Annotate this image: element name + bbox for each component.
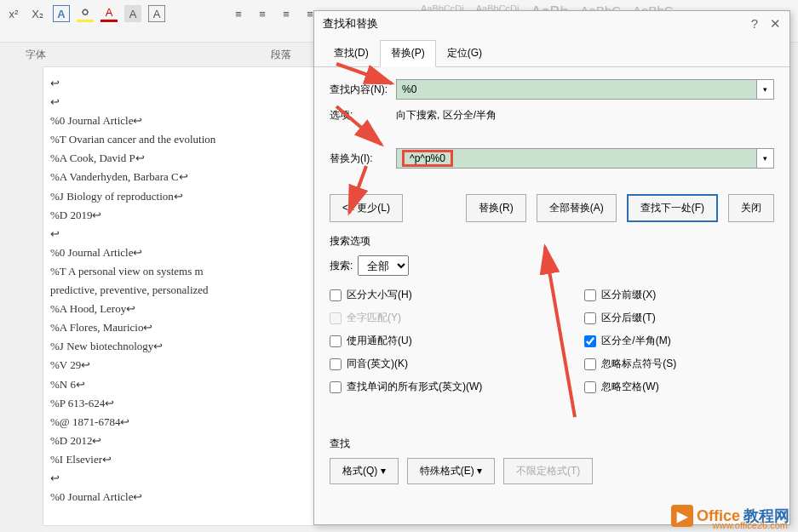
checkbox-word-forms[interactable]: 查找单词的所有形式(英文)(W) (330, 380, 482, 394)
dialog-titlebar[interactable]: 查找和替换 ? ✕ (314, 11, 789, 37)
char-shading-icon[interactable]: A (124, 5, 141, 22)
find-section-label: 查找 (330, 437, 774, 451)
search-direction-label: 搜索: (330, 259, 353, 273)
replace-button[interactable]: 替换(R) (466, 194, 526, 222)
watermark-icon: ▶ (671, 505, 693, 527)
checkbox-whole-word: 全字匹配(Y) (330, 311, 482, 325)
format-button[interactable]: 格式(Q) ▾ (330, 458, 399, 484)
checkbox-sounds-like[interactable]: 同音(英文)(K) (330, 357, 482, 371)
options-value: 向下搜索, 区分全/半角 (396, 108, 497, 123)
dialog-body: 查找内容(N): ▾ 选项: 向下搜索, 区分全/半角 替换为(I): ^p^p… (314, 67, 789, 496)
doc-line: %D 2019↩ (50, 206, 307, 225)
align-right-icon[interactable]: ≡ (278, 5, 295, 22)
dialog-tabs: 查找(D) 替换(P) 定位(G) (314, 37, 789, 67)
subscript-icon[interactable]: X₂ (29, 5, 46, 22)
doc-line: %N 6↩ (50, 375, 307, 394)
doc-line: %I Elsevier↩ (50, 450, 307, 469)
doc-line: %A Cook, David P↩ (50, 149, 307, 168)
doc-line: %0 Journal Article↩ (50, 112, 307, 130)
find-label: 查找内容(N): (330, 83, 396, 97)
text-effects-icon[interactable]: A (53, 5, 70, 22)
watermark-url: www.office26.com (713, 520, 788, 530)
replace-dropdown-icon[interactable]: ▾ (757, 148, 774, 169)
doc-line: %0 Journal Article↩ (50, 243, 307, 262)
doc-line: %J Biology of reproduction↩ (50, 187, 307, 206)
close-icon[interactable]: ✕ (770, 16, 781, 31)
checkbox-ignore-space[interactable]: 忽略空格(W) (584, 380, 676, 394)
close-button[interactable]: 关闭 (728, 194, 774, 222)
less-button[interactable]: << 更少(L) (330, 194, 403, 222)
tab-replace[interactable]: 替换(P) (380, 40, 436, 67)
highlight-icon[interactable]: ⭘ (77, 5, 94, 22)
find-next-button[interactable]: 查找下一处(F) (627, 194, 718, 222)
doc-line: ↩ (50, 469, 307, 488)
doc-line: predictive, preventive, personalized (50, 281, 307, 300)
replace-label: 替换为(I): (330, 152, 396, 166)
doc-line: ↩ (50, 93, 307, 112)
char-border-icon[interactable]: A (148, 5, 165, 22)
font-color-icon[interactable]: A (100, 5, 118, 22)
ribbon-toolbar: x² X₂ A ⭘ A A A ≡ ≡ ≡ ≡ (0, 5, 319, 22)
document-content[interactable]: ↩ ↩ %0 Journal Article↩ %T Ovarian cance… (43, 66, 315, 526)
no-format-button: 不限定格式(T) (503, 458, 593, 484)
replace-input[interactable]: ^p^p%0 (396, 148, 757, 169)
dialog-title-text: 查找和替换 (323, 16, 751, 31)
tab-goto[interactable]: 定位(G) (436, 40, 493, 66)
doc-line: ↩ (50, 74, 307, 93)
special-format-button[interactable]: 特殊格式(E) ▾ (407, 458, 495, 484)
help-icon[interactable]: ? (751, 16, 758, 31)
doc-line: ↩ (50, 225, 307, 243)
doc-line: %@ 1871-6784↩ (50, 413, 307, 432)
doc-line: %D 2012↩ (50, 432, 307, 450)
section-label-paragraph: 段落 (271, 48, 291, 62)
doc-line: %V 29↩ (50, 356, 307, 375)
tab-find[interactable]: 查找(D) (323, 40, 380, 66)
doc-line: %0 Journal Article↩ (50, 488, 307, 506)
find-input[interactable] (396, 79, 757, 100)
checkbox-wildcards[interactable]: 使用通配符(U) (330, 334, 482, 348)
doc-line: %A Flores, Mauricio↩ (50, 318, 307, 337)
doc-line: %T Ovarian cancer and the evolution (50, 130, 307, 149)
checkbox-match-case[interactable]: 区分大小写(H) (330, 288, 482, 302)
replace-all-button[interactable]: 全部替换(A) (537, 194, 617, 222)
find-dropdown-icon[interactable]: ▾ (757, 79, 774, 100)
doc-line: %A Vanderhyden, Barbara C↩ (50, 168, 307, 186)
align-center-icon[interactable]: ≡ (254, 5, 271, 22)
checkbox-fullhalf[interactable]: 区分全/半角(M) (584, 334, 676, 348)
doc-line: %P 613-624↩ (50, 394, 307, 413)
doc-line: %T A personal view on systems m (50, 262, 307, 281)
search-options-label: 搜索选项 (330, 234, 774, 249)
superscript-icon[interactable]: x² (5, 5, 22, 22)
annotation-red-box: ^p^p%0 (402, 150, 453, 167)
doc-line: %A Hood, Leroy↩ (50, 300, 307, 318)
checkbox-prefix[interactable]: 区分前缀(X) (584, 288, 676, 302)
section-label-font: 字体 (26, 48, 46, 62)
checkbox-ignore-punct[interactable]: 忽略标点符号(S) (584, 357, 676, 371)
options-label: 选项: (330, 108, 396, 123)
find-replace-dialog: 查找和替换 ? ✕ 查找(D) 替换(P) 定位(G) 查找内容(N): ▾ 选… (313, 10, 790, 525)
search-direction-select[interactable]: 全部 (358, 255, 409, 276)
doc-line: %J New biotechnology↩ (50, 337, 307, 356)
align-left-icon[interactable]: ≡ (230, 5, 247, 22)
checkbox-suffix[interactable]: 区分后缀(T) (584, 311, 676, 325)
